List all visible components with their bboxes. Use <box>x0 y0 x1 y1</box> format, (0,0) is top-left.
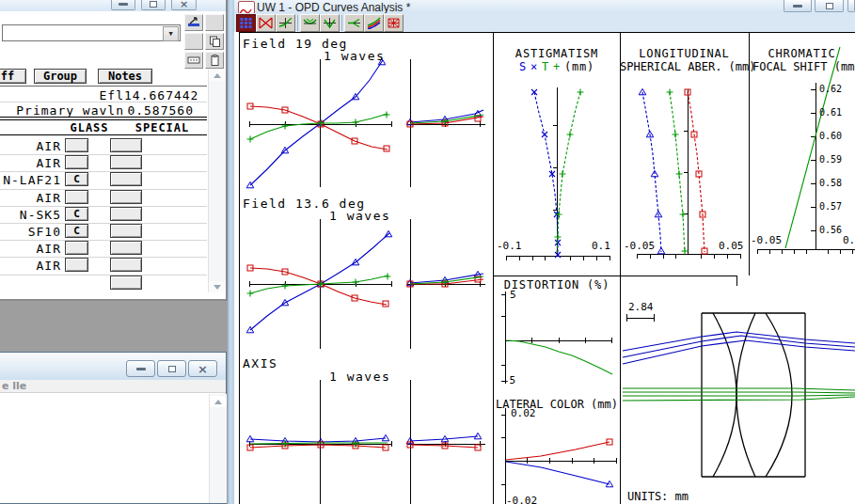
chevron-up-icon <box>214 73 221 78</box>
glass-name[interactable]: SF10 <box>0 225 61 239</box>
close-button[interactable]: × <box>188 360 217 377</box>
copy-button[interactable] <box>205 33 224 50</box>
special-options-button[interactable] <box>110 224 142 238</box>
special-column-header: SPECIAL <box>132 121 193 134</box>
glass-column-header: GLASS <box>52 121 127 134</box>
toolbar-separator <box>341 15 342 31</box>
glass-options-button[interactable]: C <box>65 172 88 186</box>
restore-button[interactable] <box>157 360 186 377</box>
apply-button[interactable] <box>184 14 203 31</box>
divider <box>0 134 207 135</box>
glass-options-button[interactable] <box>65 190 88 204</box>
restore-button[interactable] <box>815 0 844 12</box>
chromatic-shift-button[interactable] <box>364 14 384 32</box>
glass-options-button[interactable] <box>65 155 88 169</box>
t-marker-glyph: + <box>553 60 561 73</box>
close-button[interactable]: × <box>171 0 197 10</box>
analysis-toolbar <box>234 13 855 32</box>
surface-selector-combobox[interactable]: ▼ <box>2 24 181 41</box>
combobox-dropdown-button[interactable]: ▼ <box>163 26 179 41</box>
lateral-ymax: 0.02 <box>511 407 536 419</box>
field3-title: AXIS <box>243 356 277 370</box>
field-editor-button[interactable] <box>184 52 203 69</box>
vertical-scrollbar[interactable] <box>209 394 227 503</box>
text-window-toolbar: e lle <box>0 380 226 393</box>
minimize-button[interactable] <box>111 0 135 10</box>
special-options-button[interactable] <box>110 138 142 152</box>
close-icon: × <box>180 0 188 9</box>
lateral-color-icon <box>347 17 361 29</box>
glass-name[interactable]: AIR <box>0 139 61 153</box>
glass-name[interactable]: AIR <box>0 259 61 273</box>
t-legend: T <box>542 60 549 73</box>
glass-name[interactable]: N-SK5 <box>0 208 61 222</box>
special-options-button[interactable] <box>110 258 142 272</box>
astigmatism-button[interactable] <box>300 14 320 32</box>
text-window-titlebar[interactable]: × <box>0 353 226 380</box>
distortion-button[interactable] <box>320 14 340 32</box>
special-options-button[interactable] <box>110 172 142 186</box>
analysis-canvas <box>234 32 855 504</box>
graphics-window-icon <box>238 1 255 14</box>
group-button[interactable]: Group <box>34 69 87 84</box>
glass-name[interactable]: AIR <box>0 191 61 205</box>
vertical-scrollbar[interactable] <box>208 70 226 292</box>
opd-fan-icon <box>278 17 293 29</box>
spot-diagram-button[interactable] <box>384 14 404 32</box>
window-title: UW 1 - OPD Curves Analysis * <box>257 1 410 14</box>
toolbar-button-blank-1[interactable] <box>205 14 224 31</box>
special-options-button[interactable] <box>110 190 142 204</box>
divider <box>0 117 207 118</box>
special-options-button[interactable] <box>110 155 142 169</box>
text-output-window: × e lle <box>0 352 227 504</box>
row-divider <box>0 223 207 224</box>
scroll-up-button[interactable] <box>209 70 226 81</box>
special-options-button[interactable] <box>110 241 142 255</box>
divider <box>0 86 207 87</box>
wavefront-map-button[interactable] <box>236 14 256 32</box>
longitudinal-xmin: -0.05 <box>624 240 655 252</box>
restore-button[interactable] <box>141 0 166 10</box>
ray-fan-button[interactable] <box>256 14 276 32</box>
toolbar-text: e lle <box>2 380 26 392</box>
astigmatism-xmax: 0.1 <box>592 240 610 252</box>
toolbar-button-blank-2[interactable] <box>184 33 203 50</box>
special-options-button[interactable] <box>110 276 142 290</box>
glass-name[interactable]: AIR <box>0 242 61 256</box>
field1-scale-label: 1 waves <box>324 49 385 63</box>
distortion-ymin: -5 <box>503 374 515 386</box>
main-window-titlebar[interactable]: UW 1 - OPD Curves Analysis * <box>234 0 855 13</box>
minimize-button[interactable] <box>126 360 155 377</box>
glass-options-button[interactable]: C <box>65 207 88 221</box>
scroll-down-button[interactable] <box>209 281 226 292</box>
glass-name[interactable]: N-LAF21 <box>0 173 61 187</box>
opd-fan-button[interactable] <box>276 14 295 32</box>
glass-name[interactable]: AIR <box>0 156 61 170</box>
surface-data-titlebar[interactable]: × <box>0 0 226 11</box>
restore-icon <box>168 366 176 372</box>
spot-diagram-icon <box>387 17 401 29</box>
special-options-button[interactable] <box>110 207 142 221</box>
chevron-down-icon: ▼ <box>168 30 172 38</box>
glass-options-button[interactable] <box>65 138 88 152</box>
notes-button[interactable]: Notes <box>98 69 152 84</box>
glass-options-button[interactable]: C <box>65 224 88 238</box>
lateral-ymin: -0.02 <box>506 495 537 504</box>
draw-off-button[interactable]: ff <box>0 69 26 84</box>
wavefront-map-icon <box>239 17 253 29</box>
chromatic-ytick: 0.62 <box>819 84 842 94</box>
scroll-up-button[interactable] <box>210 396 227 407</box>
lateral-color-button[interactable] <box>344 14 364 32</box>
glass-options-button[interactable] <box>65 258 88 272</box>
row-divider <box>0 240 207 241</box>
copy-icon <box>209 36 221 48</box>
efl-value[interactable]: 14.667442 <box>124 88 194 102</box>
glass-options-button[interactable] <box>65 241 88 255</box>
primary-wavln-value[interactable]: 0.587560 <box>124 103 194 118</box>
minimize-button[interactable] <box>784 0 812 12</box>
text-window-content[interactable] <box>0 393 226 503</box>
close-button[interactable] <box>847 0 855 12</box>
paste-button[interactable] <box>205 52 224 69</box>
divider <box>0 119 207 120</box>
astigmatism-icon <box>303 17 317 29</box>
